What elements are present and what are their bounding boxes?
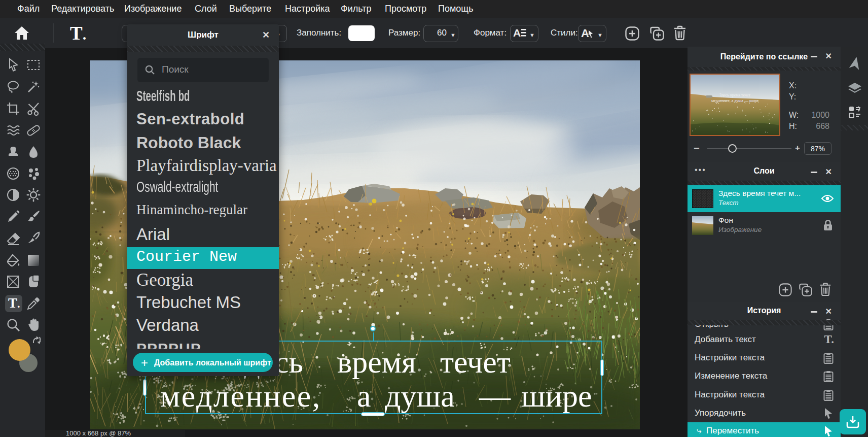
svg-text:A: A — [581, 27, 589, 39]
svg-text:A: A — [513, 27, 521, 39]
